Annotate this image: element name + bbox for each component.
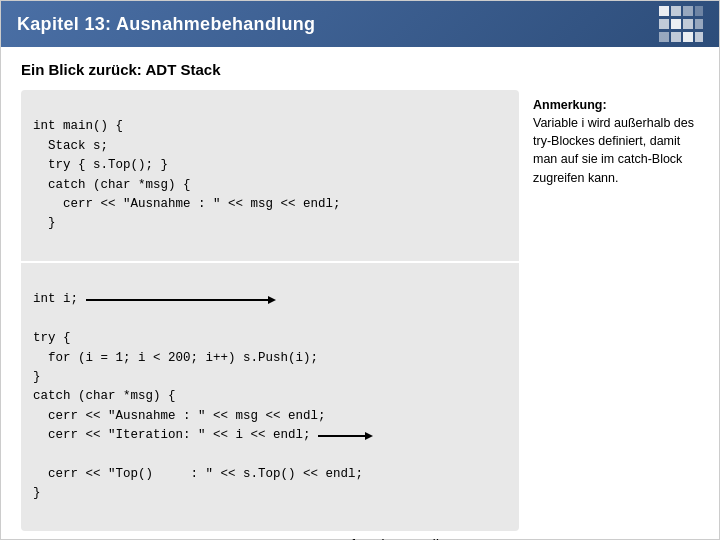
svg-rect-11 — [695, 32, 703, 42]
code-line: cerr << "Top() : " << s.Top() << endl; — [33, 467, 363, 481]
code-block-1: int main() { Stack s; try { s.Top(); } c… — [21, 90, 519, 261]
code-line: } — [33, 370, 41, 384]
svg-rect-3 — [695, 6, 703, 16]
code-line: cerr << "Iteration: " << i << endl; — [33, 426, 507, 445]
code-line: Stack s; — [33, 139, 108, 153]
annotation-text: Anmerkung: Variable i wird außerhalb des… — [533, 96, 699, 187]
code-line: cerr << "Ausnahme : " << msg << endl; — [33, 409, 326, 423]
svg-marker-15 — [365, 432, 373, 440]
svg-rect-6 — [683, 19, 693, 29]
annotation-body: Variable i wird außerhalb des try-Blocke… — [533, 116, 694, 184]
code-line: catch (char *msg) { — [33, 389, 176, 403]
code-line: for (i = 1; i < 200; i++) s.Push(i); — [33, 351, 318, 365]
section-title: Ein Blick zurück: ADT Stack — [21, 61, 699, 78]
header: Kapitel 13: Ausnahmebehandlung — [1, 1, 719, 47]
code-line: cerr << "Ausnahme : " << msg << endl; — [33, 197, 341, 211]
code-line — [33, 236, 41, 250]
code-line: try { s.Top(); } — [33, 158, 168, 172]
code-line: try { — [33, 331, 71, 345]
svg-rect-10 — [683, 32, 693, 42]
arrow-icon — [86, 295, 276, 305]
svg-rect-8 — [659, 32, 669, 42]
slide: Kapitel 13: Ausnahmebehandlung Ein Blick… — [0, 0, 720, 540]
code-line: int i; — [33, 290, 507, 309]
code-column: int main() { Stack s; try { s.Top(); } c… — [21, 90, 519, 531]
university-logo-icon — [659, 6, 703, 42]
svg-rect-2 — [683, 6, 693, 16]
code-area: int main() { Stack s; try { s.Top(); } c… — [21, 90, 699, 531]
arrow-icon-2 — [318, 431, 373, 441]
svg-rect-1 — [671, 6, 681, 16]
code-line: } — [33, 486, 41, 500]
annotation-box: Anmerkung: Variable i wird außerhalb des… — [519, 90, 699, 531]
code-block-2: int i; try { for (i = 1; i < 200; i++) s… — [21, 263, 519, 531]
code-line: } — [33, 216, 56, 230]
main-content: Ein Blick zurück: ADT Stack int main() {… — [1, 47, 719, 540]
svg-rect-4 — [659, 19, 669, 29]
slide-title: Kapitel 13: Ausnahmebehandlung — [17, 14, 315, 35]
svg-rect-9 — [671, 32, 681, 42]
code-line: catch (char *msg) { — [33, 178, 191, 192]
annotation-bold: Anmerkung: — [533, 98, 607, 112]
svg-rect-5 — [671, 19, 681, 29]
code-line: int main() { — [33, 119, 123, 133]
svg-rect-0 — [659, 6, 669, 16]
svg-rect-7 — [695, 19, 703, 29]
svg-marker-13 — [268, 296, 276, 304]
